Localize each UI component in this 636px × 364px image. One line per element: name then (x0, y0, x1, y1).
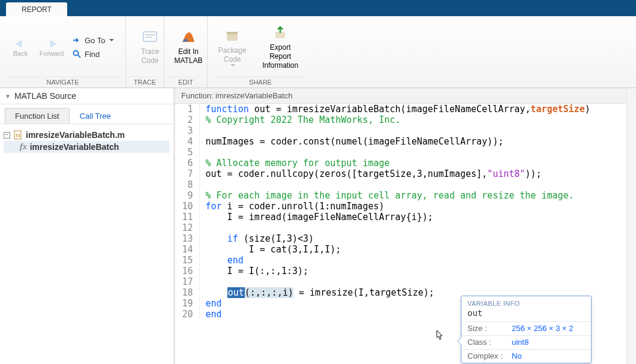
sidebar-title: MATLAB Source (14, 91, 76, 101)
svg-text:M: M (16, 133, 20, 139)
code-line: 11 I = imread(imageFileNameCellArray{i})… (175, 212, 636, 222)
forward-button: Forward (36, 35, 67, 59)
ribbon-group-edit: Edit In MATLAB EDIT (164, 16, 208, 88)
matlab-icon (180, 29, 197, 46)
tree-file-label: imresizeVariableBatch.m (26, 130, 125, 140)
code-line: 14 I = cat(3,I,I,I); (175, 244, 636, 255)
sidebar: ▼ MATLAB Source Function List Call Tree … (0, 88, 175, 364)
package-icon (224, 28, 241, 44)
code-line: 16 I = I(:,:,1:3); (175, 266, 636, 276)
fx-icon: fx (20, 142, 27, 152)
group-label-share: SHARE (212, 77, 308, 88)
tab-report[interactable]: REPORT (6, 2, 67, 16)
tree-file-row[interactable]: − M imresizeVariableBatch.m (4, 129, 170, 141)
ribbon-group-share: Package Code Export Report Information S… (208, 16, 313, 88)
goto-icon (72, 35, 82, 45)
trace-icon (142, 29, 158, 46)
ribbon: Back Forward Go To Find NAVIGATE (0, 16, 636, 88)
code-line: 4numImages = coder.const(numel(imageFile… (175, 136, 636, 147)
group-label-edit: EDIT (169, 77, 202, 88)
hover-variable-out[interactable]: out (227, 287, 245, 298)
goto-dropdown[interactable]: Go To (70, 34, 116, 46)
code-line: 3 (175, 125, 636, 136)
tooltip-size-value: 256 × 256 × 3 × 2 (512, 324, 573, 333)
tooltip-arrow-icon (457, 337, 461, 345)
back-button: Back (5, 35, 36, 59)
ribbon-group-navigate: Back Forward Go To Find NAVIGATE (0, 16, 126, 88)
tooltip-class-row: Class : uint8 (461, 335, 591, 349)
tree-func-row[interactable]: fx imresizeVariableBatch (4, 141, 170, 153)
sidebar-header[interactable]: ▼ MATLAB Source (0, 88, 173, 104)
ribbon-group-trace: Trace Code TRACE (126, 16, 164, 88)
code-line: 13 if (size(I,3)<3) (175, 233, 636, 244)
function-tree: − M imresizeVariableBatch.m fx imresizeV… (0, 124, 173, 158)
code-line: 7out = coder.nullcopy(zeros([targetSize,… (175, 169, 636, 179)
code-line: 17 (175, 276, 636, 287)
package-code-button: Package Code (212, 24, 252, 70)
group-label-trace: TRACE (131, 77, 159, 88)
code-line: 15 end (175, 255, 636, 266)
group-label-navigate: NAVIGATE (5, 77, 121, 88)
find-button[interactable]: Find (70, 48, 116, 60)
code-line: 1function out = imresizeVariableBatch(im… (175, 104, 636, 115)
arrow-left-icon (13, 38, 28, 50)
svg-point-0 (74, 51, 79, 56)
main-area: ▼ MATLAB Source Function List Call Tree … (0, 88, 636, 364)
tooltip-header: VARIABLE INFO (461, 296, 591, 308)
caret-down-icon (230, 64, 235, 67)
export-icon (272, 25, 289, 41)
tooltip-size-row: Size : 256 × 256 × 3 × 2 (461, 321, 591, 335)
code-pane: Function: imresizeVariableBatch 1functio… (175, 88, 636, 364)
pointer-cursor-icon (434, 329, 444, 341)
collapse-icon: ▼ (5, 93, 11, 100)
code-line: 8 (175, 179, 636, 190)
svg-rect-3 (227, 32, 238, 34)
tooltip-complex-row: Complex : No (461, 349, 591, 363)
breadcrumb: Function: imresizeVariableBatch (175, 88, 636, 104)
mfile-icon: M (13, 130, 23, 140)
magnifier-icon (72, 49, 82, 59)
code-line: 9% For each image in the input cell arra… (175, 190, 636, 201)
edit-in-matlab-button[interactable]: Edit In MATLAB (169, 25, 208, 69)
tooltip-class-value: uint8 (512, 338, 529, 347)
code-table: 1function out = imresizeVariableBatch(im… (175, 104, 636, 320)
tab-call-tree[interactable]: Call Tree (70, 108, 121, 124)
tooltip-complex-value: No (512, 351, 522, 360)
vertical-scrollbar[interactable] (626, 88, 636, 364)
caret-down-icon (109, 39, 114, 41)
code-line: 2% Copyright 2022 The MathWorks, Inc. (175, 115, 636, 125)
top-tab-bar: REPORT (0, 0, 636, 16)
variable-info-tooltip: VARIABLE INFO out Size : 256 × 256 × 3 ×… (461, 296, 592, 363)
code-editor[interactable]: 1function out = imresizeVariableBatch(im… (175, 104, 636, 364)
export-report-button[interactable]: Export Report Information (252, 21, 308, 74)
code-line: 5 (175, 147, 636, 158)
tooltip-variable-name: out (461, 308, 591, 321)
sidebar-tabs: Function List Call Tree (0, 104, 173, 124)
arrow-right-icon (44, 38, 59, 50)
tree-func-label: imresizeVariableBatch (30, 142, 119, 152)
trace-code-button: Trace Code (131, 25, 169, 69)
code-line: 10for i = coder.unroll(1:numImages) (175, 201, 636, 212)
tab-function-list[interactable]: Function List (5, 108, 70, 124)
code-line: 12 (175, 222, 636, 233)
code-line: 6% Allocate memory for output image (175, 158, 636, 169)
tree-collapse-icon[interactable]: − (4, 132, 10, 139)
